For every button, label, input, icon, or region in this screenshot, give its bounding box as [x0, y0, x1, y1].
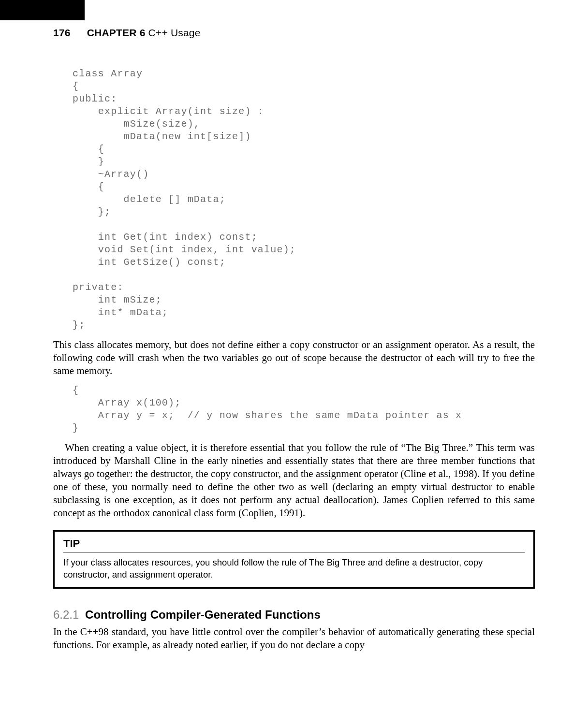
- paragraph-1: This class allocates memory, but does no…: [53, 338, 535, 377]
- tip-body: If your class allocates resources, you s…: [63, 556, 525, 580]
- page-number: 176: [53, 27, 71, 38]
- content: class Array { public: explicit Array(int…: [53, 68, 535, 658]
- section-number: 6.2.1: [53, 608, 79, 621]
- page: 176 CHAPTER 6 C++ Usage class Array { pu…: [0, 0, 588, 725]
- tip-box: TIP If your class allocates resources, y…: [53, 530, 535, 589]
- chapter-title: C++ Usage: [148, 27, 201, 38]
- section-heading: 6.2.1 Controlling Compiler-Generated Fun…: [53, 608, 535, 622]
- section-title: Controlling Compiler-Generated Functions: [85, 608, 321, 621]
- tip-heading: TIP: [63, 537, 525, 550]
- code-listing-array-class: class Array { public: explicit Array(int…: [73, 68, 535, 332]
- code-listing-usage: { Array x(100); Array y = x; // y now sh…: [73, 384, 535, 435]
- paragraph-2: When creating a value object, it is ther…: [53, 441, 535, 520]
- tip-divider: [63, 552, 525, 552]
- thumb-tab: [0, 0, 85, 20]
- chapter-label: CHAPTER 6: [87, 27, 146, 38]
- running-head: 176 CHAPTER 6 C++ Usage: [53, 27, 201, 39]
- paragraph-3: In the C++98 standard, you have little c…: [53, 625, 535, 652]
- chapter-title-text: C++ Usage: [148, 27, 201, 38]
